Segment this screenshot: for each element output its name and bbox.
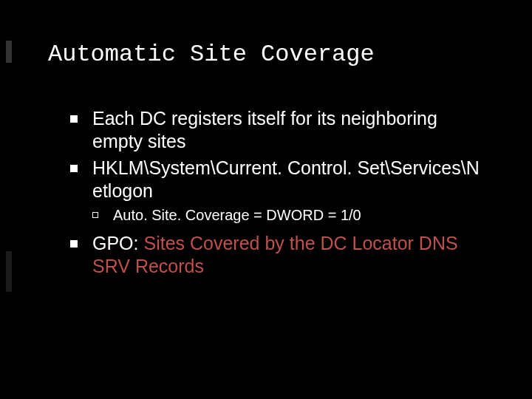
slide-content: Each DC registers itself for its neighbo… — [70, 107, 480, 282]
bullet-highlight: Sites Covered by the DC Locator DNS SRV … — [92, 233, 458, 276]
sub-bullet-item: Auto. Site. Coverage = DWORD = 1/0 — [70, 206, 480, 225]
accent-bar — [6, 251, 12, 292]
slide: Automatic Site Coverage Each DC register… — [0, 0, 532, 399]
slide-title: Automatic Site Coverage — [48, 41, 375, 68]
bullet-item: Each DC registers itself for its neighbo… — [70, 107, 480, 152]
bullet-item: GPO: Sites Covered by the DC Locator DNS… — [70, 232, 480, 277]
bullet-item: HKLM\System\Current. Control. Set\Servic… — [70, 157, 480, 202]
accent-bar — [6, 41, 12, 63]
bullet-prefix: GPO: — [92, 233, 143, 253]
